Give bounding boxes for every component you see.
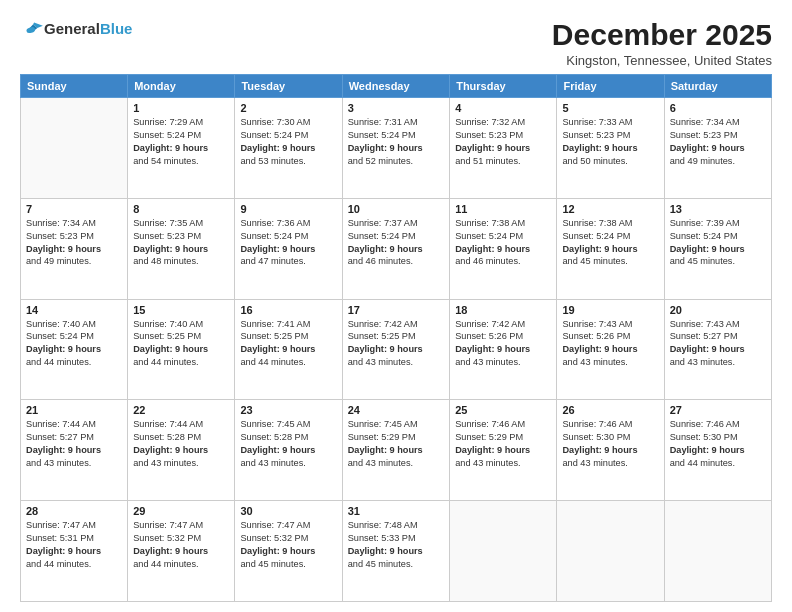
calendar-cell: 28Sunrise: 7:47 AMSunset: 5:31 PMDayligh… bbox=[21, 501, 128, 602]
day-number: 29 bbox=[133, 505, 229, 517]
day-number: 1 bbox=[133, 102, 229, 114]
day-number: 17 bbox=[348, 304, 445, 316]
day-number: 10 bbox=[348, 203, 445, 215]
day-info: Sunrise: 7:45 AMSunset: 5:28 PMDaylight:… bbox=[240, 418, 336, 470]
week-row-4: 21Sunrise: 7:44 AMSunset: 5:27 PMDayligh… bbox=[21, 400, 772, 501]
calendar-cell: 21Sunrise: 7:44 AMSunset: 5:27 PMDayligh… bbox=[21, 400, 128, 501]
day-info: Sunrise: 7:48 AMSunset: 5:33 PMDaylight:… bbox=[348, 519, 445, 571]
calendar-cell: 8Sunrise: 7:35 AMSunset: 5:23 PMDaylight… bbox=[128, 198, 235, 299]
day-number: 23 bbox=[240, 404, 336, 416]
week-row-5: 28Sunrise: 7:47 AMSunset: 5:31 PMDayligh… bbox=[21, 501, 772, 602]
calendar-cell: 3Sunrise: 7:31 AMSunset: 5:24 PMDaylight… bbox=[342, 98, 450, 199]
day-info: Sunrise: 7:34 AMSunset: 5:23 PMDaylight:… bbox=[26, 217, 122, 269]
day-info: Sunrise: 7:46 AMSunset: 5:30 PMDaylight:… bbox=[670, 418, 766, 470]
day-info: Sunrise: 7:34 AMSunset: 5:23 PMDaylight:… bbox=[670, 116, 766, 168]
calendar-cell: 14Sunrise: 7:40 AMSunset: 5:24 PMDayligh… bbox=[21, 299, 128, 400]
calendar-cell: 6Sunrise: 7:34 AMSunset: 5:23 PMDaylight… bbox=[664, 98, 771, 199]
day-info: Sunrise: 7:41 AMSunset: 5:25 PMDaylight:… bbox=[240, 318, 336, 370]
day-number: 20 bbox=[670, 304, 766, 316]
calendar-cell: 22Sunrise: 7:44 AMSunset: 5:28 PMDayligh… bbox=[128, 400, 235, 501]
day-number: 13 bbox=[670, 203, 766, 215]
day-info: Sunrise: 7:43 AMSunset: 5:27 PMDaylight:… bbox=[670, 318, 766, 370]
day-info: Sunrise: 7:43 AMSunset: 5:26 PMDaylight:… bbox=[562, 318, 658, 370]
day-info: Sunrise: 7:44 AMSunset: 5:27 PMDaylight:… bbox=[26, 418, 122, 470]
day-info: Sunrise: 7:38 AMSunset: 5:24 PMDaylight:… bbox=[562, 217, 658, 269]
col-tuesday: Tuesday bbox=[235, 75, 342, 98]
day-info: Sunrise: 7:47 AMSunset: 5:31 PMDaylight:… bbox=[26, 519, 122, 571]
day-info: Sunrise: 7:36 AMSunset: 5:24 PMDaylight:… bbox=[240, 217, 336, 269]
calendar-cell: 23Sunrise: 7:45 AMSunset: 5:28 PMDayligh… bbox=[235, 400, 342, 501]
page: GeneralBlue December 2025 Kingston, Tenn… bbox=[0, 0, 792, 612]
calendar-cell: 4Sunrise: 7:32 AMSunset: 5:23 PMDaylight… bbox=[450, 98, 557, 199]
day-info: Sunrise: 7:32 AMSunset: 5:23 PMDaylight:… bbox=[455, 116, 551, 168]
calendar-cell: 26Sunrise: 7:46 AMSunset: 5:30 PMDayligh… bbox=[557, 400, 664, 501]
week-row-1: 1Sunrise: 7:29 AMSunset: 5:24 PMDaylight… bbox=[21, 98, 772, 199]
month-title: December 2025 bbox=[552, 18, 772, 51]
calendar-cell: 24Sunrise: 7:45 AMSunset: 5:29 PMDayligh… bbox=[342, 400, 450, 501]
day-number: 22 bbox=[133, 404, 229, 416]
location: Kingston, Tennessee, United States bbox=[552, 53, 772, 68]
calendar-cell: 16Sunrise: 7:41 AMSunset: 5:25 PMDayligh… bbox=[235, 299, 342, 400]
calendar-cell: 13Sunrise: 7:39 AMSunset: 5:24 PMDayligh… bbox=[664, 198, 771, 299]
day-number: 21 bbox=[26, 404, 122, 416]
calendar-cell: 11Sunrise: 7:38 AMSunset: 5:24 PMDayligh… bbox=[450, 198, 557, 299]
day-info: Sunrise: 7:40 AMSunset: 5:24 PMDaylight:… bbox=[26, 318, 122, 370]
day-info: Sunrise: 7:40 AMSunset: 5:25 PMDaylight:… bbox=[133, 318, 229, 370]
day-info: Sunrise: 7:39 AMSunset: 5:24 PMDaylight:… bbox=[670, 217, 766, 269]
calendar-cell: 7Sunrise: 7:34 AMSunset: 5:23 PMDaylight… bbox=[21, 198, 128, 299]
day-number: 24 bbox=[348, 404, 445, 416]
day-info: Sunrise: 7:45 AMSunset: 5:29 PMDaylight:… bbox=[348, 418, 445, 470]
calendar-cell: 30Sunrise: 7:47 AMSunset: 5:32 PMDayligh… bbox=[235, 501, 342, 602]
day-number: 5 bbox=[562, 102, 658, 114]
day-number: 28 bbox=[26, 505, 122, 517]
calendar-cell: 12Sunrise: 7:38 AMSunset: 5:24 PMDayligh… bbox=[557, 198, 664, 299]
calendar-cell: 17Sunrise: 7:42 AMSunset: 5:25 PMDayligh… bbox=[342, 299, 450, 400]
calendar-cell: 5Sunrise: 7:33 AMSunset: 5:23 PMDaylight… bbox=[557, 98, 664, 199]
logo-general-text: General bbox=[44, 20, 100, 37]
day-number: 18 bbox=[455, 304, 551, 316]
calendar-cell bbox=[450, 501, 557, 602]
day-number: 12 bbox=[562, 203, 658, 215]
calendar-cell: 1Sunrise: 7:29 AMSunset: 5:24 PMDaylight… bbox=[128, 98, 235, 199]
day-number: 3 bbox=[348, 102, 445, 114]
logo-bird-icon bbox=[22, 18, 44, 40]
col-sunday: Sunday bbox=[21, 75, 128, 98]
day-number: 7 bbox=[26, 203, 122, 215]
day-info: Sunrise: 7:46 AMSunset: 5:30 PMDaylight:… bbox=[562, 418, 658, 470]
day-info: Sunrise: 7:47 AMSunset: 5:32 PMDaylight:… bbox=[240, 519, 336, 571]
day-info: Sunrise: 7:31 AMSunset: 5:24 PMDaylight:… bbox=[348, 116, 445, 168]
calendar-cell: 18Sunrise: 7:42 AMSunset: 5:26 PMDayligh… bbox=[450, 299, 557, 400]
day-number: 25 bbox=[455, 404, 551, 416]
col-wednesday: Wednesday bbox=[342, 75, 450, 98]
calendar-cell bbox=[664, 501, 771, 602]
logo: GeneralBlue bbox=[20, 18, 132, 40]
day-number: 8 bbox=[133, 203, 229, 215]
calendar-cell: 31Sunrise: 7:48 AMSunset: 5:33 PMDayligh… bbox=[342, 501, 450, 602]
day-info: Sunrise: 7:35 AMSunset: 5:23 PMDaylight:… bbox=[133, 217, 229, 269]
header-row: Sunday Monday Tuesday Wednesday Thursday… bbox=[21, 75, 772, 98]
calendar-table: Sunday Monday Tuesday Wednesday Thursday… bbox=[20, 74, 772, 602]
day-number: 31 bbox=[348, 505, 445, 517]
day-number: 9 bbox=[240, 203, 336, 215]
calendar-cell: 15Sunrise: 7:40 AMSunset: 5:25 PMDayligh… bbox=[128, 299, 235, 400]
day-number: 27 bbox=[670, 404, 766, 416]
calendar-body: 1Sunrise: 7:29 AMSunset: 5:24 PMDaylight… bbox=[21, 98, 772, 602]
calendar-cell: 2Sunrise: 7:30 AMSunset: 5:24 PMDaylight… bbox=[235, 98, 342, 199]
day-number: 15 bbox=[133, 304, 229, 316]
logo-blue-text: Blue bbox=[100, 20, 133, 37]
day-number: 2 bbox=[240, 102, 336, 114]
day-info: Sunrise: 7:33 AMSunset: 5:23 PMDaylight:… bbox=[562, 116, 658, 168]
day-number: 16 bbox=[240, 304, 336, 316]
day-number: 14 bbox=[26, 304, 122, 316]
calendar-cell: 25Sunrise: 7:46 AMSunset: 5:29 PMDayligh… bbox=[450, 400, 557, 501]
day-info: Sunrise: 7:44 AMSunset: 5:28 PMDaylight:… bbox=[133, 418, 229, 470]
day-number: 30 bbox=[240, 505, 336, 517]
calendar-cell bbox=[21, 98, 128, 199]
day-number: 4 bbox=[455, 102, 551, 114]
calendar-cell: 10Sunrise: 7:37 AMSunset: 5:24 PMDayligh… bbox=[342, 198, 450, 299]
calendar-header: Sunday Monday Tuesday Wednesday Thursday… bbox=[21, 75, 772, 98]
day-info: Sunrise: 7:46 AMSunset: 5:29 PMDaylight:… bbox=[455, 418, 551, 470]
calendar-cell bbox=[557, 501, 664, 602]
col-thursday: Thursday bbox=[450, 75, 557, 98]
title-block: December 2025 Kingston, Tennessee, Unite… bbox=[552, 18, 772, 68]
